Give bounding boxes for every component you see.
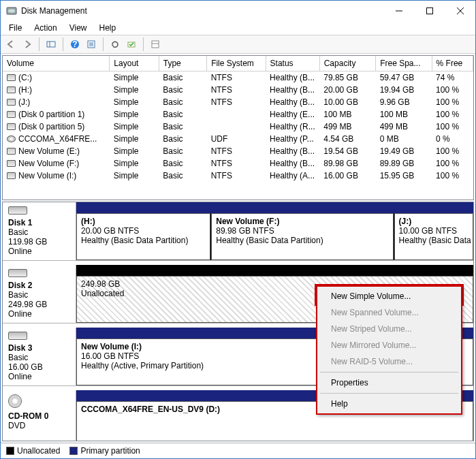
context-menu-item: New RAID-5 Volume...: [319, 353, 460, 370]
disk-graphical-view: Disk 1Basic119.98 GBOnline(H:)20.00 GB N…: [2, 202, 474, 441]
context-menu-item: New Mirrored Volume...: [319, 337, 460, 353]
volume-row[interactable]: (Disk 0 partition 5)SimpleBasicHealthy (…: [3, 121, 473, 133]
window-title: Disk Management: [21, 6, 383, 16]
disk-row: Disk 1Basic119.98 GBOnline(H:)20.00 GB N…: [3, 202, 473, 261]
legend-unallocated: Unallocated: [6, 446, 60, 456]
hard-disk-icon: [8, 332, 27, 340]
menubar: File Action View Help: [1, 21, 475, 35]
cd-drive-icon: [8, 394, 22, 408]
back-button[interactable]: [3, 37, 18, 52]
maximize-button[interactable]: [414, 1, 445, 21]
volume-icon: [7, 172, 16, 179]
partition-box[interactable]: (J:)10.00 GB NTFSHealthy (Basic Data Par…: [394, 213, 473, 260]
volume-icon: [7, 74, 16, 81]
column-header[interactable]: Layout: [110, 56, 159, 72]
legend-primary: Primary partition: [69, 446, 140, 456]
app-icon: [6, 5, 17, 16]
svg-rect-3: [47, 42, 55, 47]
partition-box[interactable]: New Volume (F:)89.98 GB NTFSHealthy (Bas…: [211, 213, 393, 260]
refresh-button[interactable]: [108, 37, 123, 52]
legend: Unallocated Primary partition: [1, 443, 475, 458]
menu-help[interactable]: Help: [94, 22, 122, 34]
disk-header[interactable]: Disk 1Basic119.98 GBOnline: [3, 202, 76, 260]
hard-disk-icon: [8, 206, 27, 215]
disk-management-window: Disk Management File Action View Help ? …: [0, 0, 476, 459]
disk-header[interactable]: Disk 3Basic16.00 GBOnline: [3, 328, 76, 385]
properties-button[interactable]: [84, 37, 99, 52]
svg-point-1: [8, 10, 15, 13]
disk-color-bar: [76, 202, 473, 213]
disc-icon: [7, 136, 16, 142]
column-header[interactable]: % Free: [432, 56, 473, 72]
action-wizard-button[interactable]: [124, 37, 139, 52]
column-header[interactable]: Free Spa...: [376, 56, 432, 72]
minimize-button[interactable]: [383, 1, 414, 21]
context-menu-help[interactable]: Help: [319, 396, 460, 412]
volume-icon: [7, 148, 16, 155]
volume-row[interactable]: New Volume (F:)SimpleBasicNTFSHealthy (B…: [3, 157, 473, 170]
volume-header-row: VolumeLayoutTypeFile SystemStatusCapacit…: [3, 56, 473, 72]
volume-row[interactable]: (J:)SimpleBasicNTFSHealthy (B...10.00 GB…: [3, 96, 473, 108]
menu-file[interactable]: File: [3, 22, 27, 34]
show-hide-console-button[interactable]: [44, 37, 59, 52]
context-menu-properties[interactable]: Properties: [319, 375, 460, 391]
menu-view[interactable]: View: [64, 22, 93, 34]
forward-button[interactable]: [20, 37, 35, 52]
svg-text:?: ?: [72, 39, 77, 49]
column-header[interactable]: Volume: [3, 56, 110, 72]
volume-icon: [7, 123, 16, 130]
volume-icon: [7, 111, 16, 118]
volume-list: VolumeLayoutTypeFile SystemStatusCapacit…: [2, 55, 474, 200]
titlebar[interactable]: Disk Management: [1, 1, 475, 21]
disk-header[interactable]: Disk 2Basic249.98 GBOnline: [3, 265, 76, 323]
toolbar: ?: [1, 35, 475, 54]
menu-action[interactable]: Action: [29, 22, 62, 34]
volume-row[interactable]: New Volume (I:)SimpleBasicNTFSHealthy (A…: [3, 170, 473, 182]
context-menu-item[interactable]: New Simple Volume...: [319, 288, 460, 304]
context-menu-item: New Striped Volume...: [319, 321, 460, 337]
volume-row[interactable]: (Disk 0 partition 1)SimpleBasicHealthy (…: [3, 108, 473, 121]
settings-button[interactable]: [148, 37, 163, 52]
hard-disk-icon: [8, 269, 27, 277]
volume-row[interactable]: New Volume (E:)SimpleBasicNTFSHealthy (B…: [3, 145, 473, 157]
help-button[interactable]: ?: [67, 37, 82, 52]
close-button[interactable]: [445, 1, 475, 21]
column-header[interactable]: Capacity: [319, 56, 375, 72]
disk-header[interactable]: CD-ROM 0DVD: [3, 390, 76, 441]
volume-row[interactable]: (C:)SimpleBasicNTFSHealthy (B...79.85 GB…: [3, 72, 473, 84]
context-menu: New Simple Volume...New Spanned Volume..…: [316, 285, 462, 415]
column-header[interactable]: Type: [159, 56, 206, 72]
volume-icon: [7, 99, 16, 106]
disk-color-bar: [76, 265, 473, 276]
partition-box[interactable]: (H:)20.00 GB NTFSHealthy (Basic Data Par…: [76, 213, 210, 260]
volume-row[interactable]: CCCOMA_X64FRE...SimpleBasicUDFHealthy (P…: [3, 133, 473, 145]
svg-rect-12: [152, 41, 159, 48]
volume-row[interactable]: (H:)SimpleBasicNTFSHealthy (B...20.00 GB…: [3, 84, 473, 96]
volume-icon: [7, 86, 16, 93]
svg-rect-2: [426, 8, 432, 14]
column-header[interactable]: File System: [207, 56, 266, 72]
context-menu-item: New Spanned Volume...: [319, 304, 460, 321]
column-header[interactable]: Status: [266, 56, 319, 72]
volume-icon: [7, 160, 16, 167]
